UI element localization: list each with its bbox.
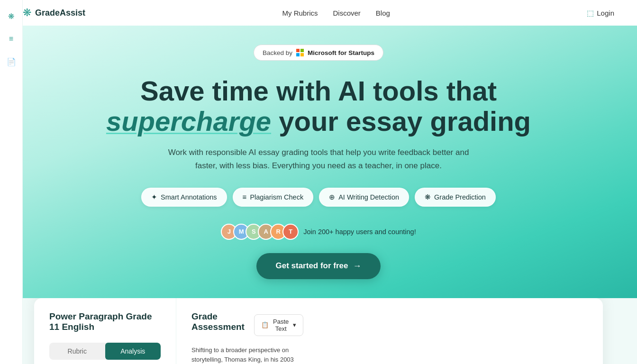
pill-label-smart: Smart Annotations	[161, 193, 217, 201]
hero-title-highlight: supercharge	[106, 106, 271, 136]
hero-title: Save time with AI tools that supercharge…	[23, 76, 614, 136]
preview-right-panel: Grade Assessment 📋 Paste Text ▾ Shifting…	[176, 298, 318, 364]
navbar: ❋ GradeAssist My Rubrics Discover Blog ⬚…	[0, 0, 637, 26]
tab-rubric[interactable]: Rubric	[49, 343, 105, 360]
cta-label: Get started for free	[275, 261, 348, 271]
ai-writing-icon: ⊕	[329, 193, 335, 201]
users-text: Join 200+ happy users and counting!	[303, 228, 416, 236]
preview-assignment-title: Power Paragraph Grade 11 English	[49, 311, 161, 332]
hero-title-line2: your essay grading	[271, 106, 531, 136]
preview-card: ❋ ≡ 📄 Power Paragraph Grade 11 English R…	[34, 298, 603, 364]
pill-label-ai: AI Writing Detection	[338, 193, 399, 201]
grade-content-text: Shifting to a broader perspective on sto…	[191, 346, 303, 364]
hero-section: Backed by Microsoft for Startups Save ti…	[0, 26, 637, 298]
login-icon: ⬚	[587, 9, 594, 18]
ms-logo-icon	[296, 49, 304, 56]
nav-my-rubrics[interactable]: My Rubrics	[282, 9, 318, 17]
avatar-6: T	[282, 224, 299, 240]
smart-annotations-icon: ✦	[151, 193, 157, 201]
hero-subtitle: Work with responsible AI essay grading t…	[167, 146, 470, 173]
ms-badge-brand: Microsoft for Startups	[308, 49, 374, 56]
nav-discover[interactable]: Discover	[333, 9, 360, 17]
pill-ai-writing[interactable]: ⊕ AI Writing Detection	[319, 188, 409, 207]
pill-label-grade: Grade Prediction	[434, 193, 486, 201]
users-row: J M S A R T Join 200+ happy users and co…	[23, 224, 614, 240]
ms-badge-prefix: Backed by	[263, 49, 292, 56]
pill-label-plagiarism: Plagiarism Check	[250, 193, 303, 201]
feature-pills: ✦ Smart Annotations ≡ Plagiarism Check ⊕…	[23, 188, 614, 207]
login-button[interactable]: ⬚ Login	[587, 9, 614, 18]
arrow-icon: →	[353, 261, 362, 271]
login-label: Login	[597, 9, 614, 17]
nav-links: My Rubrics Discover Blog	[282, 9, 390, 17]
ms-badge: Backed by Microsoft for Startups	[254, 45, 383, 61]
logo-icon: ❋	[23, 7, 31, 19]
grade-prediction-icon: ❋	[425, 193, 431, 201]
chevron-down-icon: ▾	[293, 321, 296, 328]
grade-assessment-title: Grade Assessment	[191, 311, 254, 332]
hero-title-line1: Save time with AI tools that	[140, 75, 497, 106]
cta-button[interactable]: Get started for free →	[256, 253, 380, 279]
logo-text: GradeAssist	[35, 8, 85, 18]
pill-smart-annotations[interactable]: ✦ Smart Annotations	[141, 188, 227, 207]
paste-text-button[interactable]: 📋 Paste Text ▾	[254, 314, 303, 336]
grade-header: Grade Assessment 📋 Paste Text ▾	[191, 311, 303, 339]
preview-section: ❋ ≡ 📄 Power Paragraph Grade 11 English R…	[0, 298, 637, 364]
pill-grade-prediction[interactable]: ❋ Grade Prediction	[415, 188, 496, 207]
plagiarism-icon: ≡	[243, 193, 247, 201]
pill-plagiarism-check[interactable]: ≡ Plagiarism Check	[233, 188, 314, 207]
logo[interactable]: ❋ GradeAssist	[23, 7, 85, 19]
tab-analysis[interactable]: Analysis	[105, 343, 161, 360]
preview-left-panel: Power Paragraph Grade 11 English Rubric …	[34, 298, 176, 364]
tab-row: Rubric Analysis	[49, 343, 161, 360]
nav-blog[interactable]: Blog	[376, 9, 390, 17]
avatars: J M S A R T	[221, 224, 299, 240]
paste-icon: 📋	[261, 321, 269, 328]
